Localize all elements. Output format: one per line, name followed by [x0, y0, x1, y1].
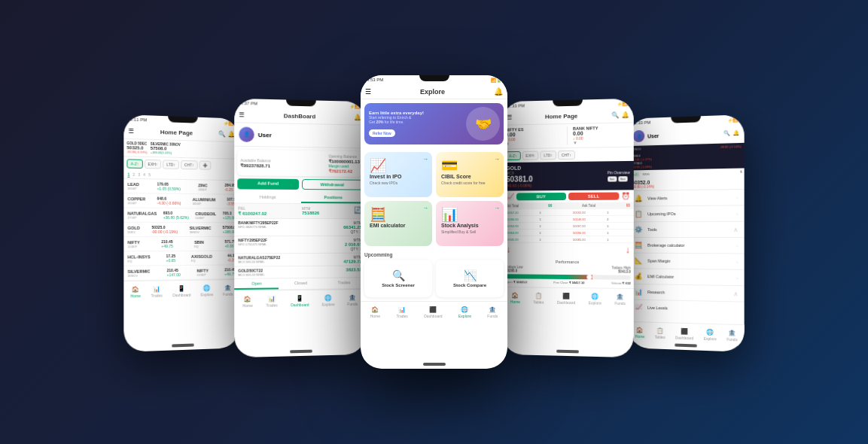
tab-closed[interactable]: Closed [279, 278, 322, 289]
page-2[interactable]: 2 [132, 172, 135, 177]
cibil-card[interactable]: → 💳 CIBIL Score Check credit score for f… [436, 152, 504, 197]
nav-explore-1[interactable]: 🌐Explore [201, 284, 214, 297]
nav-explore-5[interactable]: 🌐Explore [704, 328, 717, 341]
stock-compare-card[interactable]: 📉 Stock Compare [436, 260, 504, 297]
emi-card[interactable]: → 🧮 EMI calculator [364, 201, 432, 246]
filter-exh[interactable]: EXH↑ [144, 160, 161, 169]
nav-funds-4[interactable]: 🏦Funds [615, 293, 626, 305]
nav-trades-3[interactable]: 📊Trades [396, 306, 407, 318]
nav-trades-2[interactable]: 📊Trades [266, 294, 278, 306]
nav-funds-1[interactable]: 🏦Funds [223, 284, 233, 296]
chevron-right-icon-2: › [736, 211, 738, 216]
nav-funds-3[interactable]: 🏦Funds [487, 306, 498, 318]
table-row[interactable]: HCL-INSYSEQ 17.25+0.65 AXISGOLDEQ 44.3-0… [123, 251, 239, 266]
menu-view-alerts[interactable]: 🔔 View Alerts › [629, 190, 745, 207]
tab-trades-db[interactable]: Trades [322, 278, 365, 288]
promo-banner[interactable]: Earn little extra everyday! Start referr… [364, 103, 504, 144]
nav-home-4[interactable]: 🏠Home [510, 291, 520, 303]
tab-positions[interactable]: Positions [301, 193, 366, 203]
banknifty-index[interactable]: BANK NIFTY 0.00 ↓ 0.00 ▼ [573, 125, 631, 145]
filter-ltd-4[interactable]: LTD↑ [541, 151, 556, 160]
nav-dashboard-2[interactable]: 📱Dashboard [291, 294, 309, 306]
nav-dashboard-4[interactable]: ⬛Dashboard [557, 292, 575, 304]
withdrawal-btn[interactable]: Withdrawal [301, 179, 362, 190]
nav-explore-4[interactable]: 🌐Explore [589, 292, 602, 304]
bell-icon-3[interactable]: 🔔 [494, 87, 503, 96]
menu-live-levels[interactable]: 📈 Live Levels [629, 300, 745, 312]
sell-button[interactable]: SELL [568, 192, 619, 199]
nav-home-1[interactable]: 🏠Home [130, 285, 141, 297]
table-row[interactable]: NIFTY15SEP 210.45+49.75 SBINEQ 571.75+0.… [123, 237, 239, 251]
page-5[interactable]: 5 [148, 172, 151, 177]
menu-span-margin[interactable]: 📐 Span Margin › [629, 254, 745, 270]
tab-open[interactable]: Open [234, 278, 279, 290]
menu-emi[interactable]: 💰 EMI Calculator › [629, 269, 745, 286]
filter-azt-4[interactable]: A-Z↑ [505, 151, 520, 160]
filter-cht-4[interactable]: CHT↑ [558, 150, 575, 159]
table-row[interactable]: SILVERMIC30NOV 210.45+147.00 NIFTY15SEP … [123, 265, 239, 280]
add-fund-btn[interactable]: Add Fund [237, 178, 298, 190]
search-icon-4[interactable]: 🔍 [611, 111, 619, 118]
app-header-3: ☰ Explore 🔔 [361, 84, 507, 99]
filter-add[interactable]: ➕ [199, 160, 211, 169]
buy-button[interactable]: BUY [516, 193, 566, 200]
status-icons-5: ⚡📶 [727, 117, 738, 123]
filter-cht[interactable]: CHT↑ [181, 160, 197, 169]
set-tag[interactable]: Set [608, 175, 617, 181]
filter-ltd[interactable]: LTD↑ [163, 160, 179, 169]
phone-1: 8:11 PM ⚡📶 ☰ Home Page 🔍 🔔 GOLD 5DEC 503… [123, 114, 239, 352]
nav-dashboard-5[interactable]: ⬛Dashboard [675, 327, 693, 340]
table-row[interactable]: LEAD305EP 179.65+1.05 (0.59%) ZINC305EP … [123, 179, 239, 194]
alarm-icon[interactable]: ⏰ [621, 192, 629, 199]
search-icon-1[interactable]: 🔍 [218, 131, 226, 138]
filter-exh-4[interactable]: EXH↑ [522, 151, 538, 160]
stock-screener-card[interactable]: 🔍 Stock Screener [364, 260, 432, 297]
list-item[interactable]: GOLD50CT22 MCX 666.10 NRML 3823.53 [234, 266, 365, 279]
nifty-index[interactable]: NIFTY ES 0.00 ↓ 0.00 ▼ [505, 126, 562, 146]
menu-icon-4[interactable]: ☰ [507, 114, 512, 120]
nav-trades-1[interactable]: 📊Trades [151, 285, 162, 297]
tab-holdings[interactable]: Holdings [234, 192, 300, 203]
mcx-table-header: Bid Total98 Ask Total93 [502, 202, 633, 209]
table-row[interactable]: GOLD5DEC 50325.0-90.00 (-0.19%) SILVERMI… [123, 223, 239, 236]
nav-funds-5[interactable]: 🏦Funds [726, 329, 737, 342]
nav-home-2[interactable]: 🏠Home [242, 295, 253, 307]
nav-tables-4[interactable]: 📋Tables [533, 291, 544, 303]
search-icon-5[interactable]: 🔍 [723, 130, 730, 136]
bell-icon-5[interactable]: 🔔 [732, 130, 739, 136]
list-item[interactable]: BANKNIFTY295EP22F NFO 3826775 NRML MTM 6… [234, 218, 365, 236]
nav-explore-3[interactable]: 🌐Explore [458, 306, 471, 318]
net-tag[interactable]: Net [618, 175, 627, 181]
status-icons-4: ⚡📶 [617, 100, 627, 105]
refer-now-btn[interactable]: Refer Now [369, 129, 395, 137]
compare-icon: 📉 [464, 269, 477, 281]
nav-tables-5[interactable]: 📋Tables [654, 327, 665, 339]
filter-azt[interactable]: A-Z↑ [126, 159, 142, 169]
nav-home-3[interactable]: 🏠Home [370, 306, 380, 318]
nav-dashboard-3[interactable]: ⬛Dashboard [424, 306, 442, 318]
table-row[interactable]: NATURALGAS275EP 693.0+36.80 (5.62%) CRUD… [123, 208, 239, 222]
table-row[interactable]: COPPER305EP 648.6-4.30 (-0.66%) ALUMINIU… [123, 193, 239, 208]
page-4[interactable]: 4 [143, 172, 145, 177]
menu-icon-3[interactable]: ☰ [365, 88, 371, 96]
menu-icon-1[interactable]: ☰ [129, 128, 134, 135]
nav-explore-2[interactable]: 🌐Explore [322, 293, 335, 306]
menu-upcoming-ipos[interactable]: 📋 Upcoming IPOs › [629, 205, 745, 222]
menu-list: 🔔 View Alerts › 📋 Upcoming IPOs › ⚙️ Too… [629, 190, 745, 312]
page-3[interactable]: 3 [138, 172, 140, 177]
page-1-active[interactable]: 1 [127, 172, 129, 177]
menu-brokerage[interactable]: 🧮 Brokerage calculator › [629, 238, 745, 254]
gold-ticker: GOLD MCX 50381.0 -40.00 (-0.08%) Pin Ove… [502, 160, 633, 190]
list-item[interactable]: NIFTY295EP22F NFO 1755375 NRML MTM 2 016… [234, 236, 365, 254]
filter-exh-5[interactable]: EXH↑ [641, 172, 652, 177]
nav-home-5[interactable]: 🏠Home [635, 327, 645, 339]
list-item[interactable]: NATURALGAS275EP22 MCX 566.10 NRML MTM 47… [234, 253, 365, 266]
nav-funds-2[interactable]: 🏦Funds [348, 293, 358, 306]
nav-dashboard-1[interactable]: 📱Dashboard [172, 284, 190, 297]
analysis-card[interactable]: → 📊 Stock Analysis Simplified Buy & Sell [436, 201, 504, 246]
ipo-card[interactable]: → 📈 Invest in IPO Check new IPOs [364, 152, 432, 197]
menu-tools[interactable]: ⚙️ Tools ∧ [629, 222, 745, 238]
bell-icon-4[interactable]: 🔔 [621, 111, 629, 118]
avatar-icon: 👤 [243, 131, 250, 137]
menu-icon-2[interactable]: ☰ [239, 111, 244, 118]
